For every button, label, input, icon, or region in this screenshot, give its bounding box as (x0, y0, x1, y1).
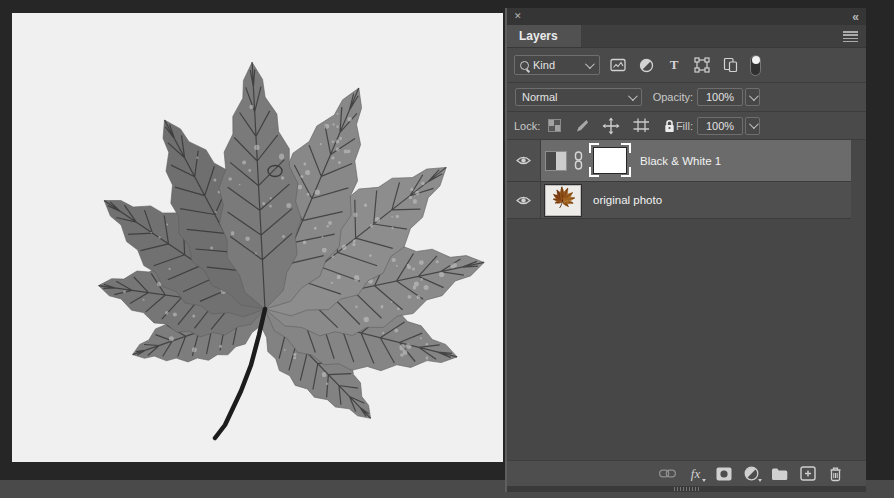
layer-list: Black & White 1 original photo (507, 140, 866, 460)
caret-down-icon (702, 479, 706, 482)
layer-row-original-photo[interactable]: original photo (507, 182, 851, 219)
opacity-dropdown-button[interactable] (745, 88, 760, 106)
fill-input[interactable]: 100% (697, 117, 743, 135)
leaf-image (12, 13, 503, 462)
filter-adjustment-layers-icon[interactable] (638, 56, 654, 74)
mask-selected-corner (621, 143, 631, 153)
collapse-panel-icon[interactable]: « (852, 11, 858, 23)
lock-image-pixels-icon[interactable] (574, 119, 589, 133)
layer-name: original photo (593, 194, 662, 206)
blend-row: Normal Opacity: 100% (507, 83, 866, 112)
lock-row: Lock: Fill: 100% (507, 112, 866, 140)
search-icon (520, 61, 529, 70)
type-glyph: T (670, 57, 679, 73)
filter-pixel-layers-icon[interactable] (610, 56, 626, 74)
layer-name: Black & White 1 (640, 155, 721, 167)
eye-icon (516, 195, 531, 206)
visibility-toggle[interactable] (507, 140, 541, 181)
panel-menu-icon[interactable] (843, 31, 858, 42)
visibility-toggle[interactable] (507, 182, 541, 218)
close-panel-icon[interactable]: ✕ (514, 12, 522, 21)
filter-shape-layers-icon[interactable] (694, 56, 710, 74)
resize-grip-icon (674, 487, 700, 491)
adjustment-layer-thumbnail[interactable] (545, 151, 567, 171)
delete-layer-icon[interactable] (827, 465, 844, 482)
new-layer-icon[interactable] (799, 465, 816, 482)
eye-icon (516, 155, 531, 166)
layer-thumbnail[interactable] (545, 185, 581, 216)
add-layer-mask-icon[interactable] (715, 465, 732, 482)
chevron-down-icon (585, 59, 595, 69)
new-group-icon[interactable] (771, 465, 788, 482)
fx-icon: fx (691, 467, 700, 480)
tab-layers[interactable]: Layers (507, 25, 581, 47)
opacity-label: Opacity: (597, 91, 693, 103)
layer-mask-thumbnail[interactable] (589, 144, 631, 177)
photoshop-workspace: ✕ « Layers Kind T (0, 0, 894, 498)
opacity-input[interactable]: 100% (697, 88, 743, 106)
panel-footer-toolbar: fx (507, 460, 866, 486)
fill-dropdown-button[interactable] (745, 117, 760, 135)
link-layers-icon[interactable] (659, 465, 676, 482)
mask-selected-corner (589, 167, 599, 177)
layer-row-black-white-1[interactable]: Black & White 1 (507, 140, 851, 182)
filtering-toggle[interactable] (750, 55, 761, 76)
document-canvas[interactable] (12, 13, 503, 462)
filter-smart-objects-icon[interactable] (722, 56, 738, 74)
new-adjustment-layer-icon[interactable] (743, 465, 760, 482)
panel-tabbar: Layers (507, 25, 866, 48)
lock-transparent-pixels-icon[interactable] (548, 119, 561, 132)
panel-titlebar: ✕ « (507, 8, 866, 25)
thumbnail-leaf-image (547, 186, 579, 214)
chevron-down-icon (749, 91, 759, 101)
toggle-knob (752, 56, 760, 64)
mask-selected-corner (621, 167, 631, 177)
blend-mode-value: Normal (522, 91, 557, 103)
fill-label: Fill: (597, 120, 693, 132)
caret-down-icon (758, 479, 762, 482)
layer-styles-button[interactable]: fx (687, 465, 704, 482)
panel-resize-edge[interactable] (507, 486, 866, 492)
link-mask-icon[interactable] (574, 151, 583, 170)
mask-selected-corner (589, 143, 599, 153)
filter-kind-dropdown[interactable]: Kind (514, 55, 600, 75)
filter-row: Kind T (507, 48, 866, 83)
layers-panel: ✕ « Layers Kind T (505, 8, 866, 492)
lock-label: Lock: (514, 120, 540, 132)
filter-kind-value: Kind (533, 59, 555, 71)
filter-type-layers-icon[interactable]: T (666, 56, 682, 74)
chevron-down-icon (749, 119, 759, 129)
